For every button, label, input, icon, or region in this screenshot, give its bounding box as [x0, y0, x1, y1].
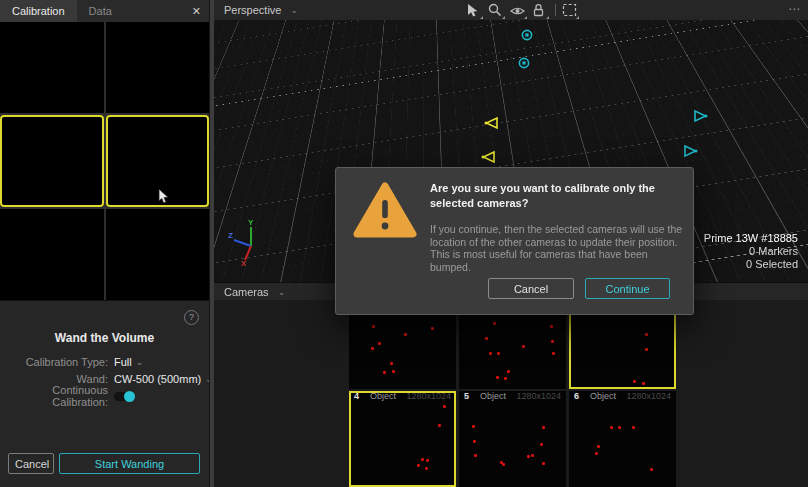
axis-z-label: Z	[228, 231, 233, 240]
camera-preview-tile-2[interactable]	[106, 22, 210, 113]
camera-resolution: 1280x1024	[406, 391, 451, 402]
marker-dot	[426, 459, 429, 462]
help-icon[interactable]: ?	[184, 310, 199, 325]
tab-calibration[interactable]: Calibration	[0, 0, 77, 22]
chevron-down-icon: ⌄	[136, 357, 144, 367]
marker-dot	[650, 468, 653, 471]
camera-number: 6	[574, 391, 579, 402]
marker-dot	[527, 455, 530, 458]
marker-dot	[618, 426, 621, 429]
marker-dot	[551, 340, 554, 343]
camera-tile-label: 4Object1280x1024	[349, 391, 456, 402]
camera-2d-tile-3[interactable]	[569, 302, 676, 389]
selection-hud: Prime 13W #18885 0 Markers 0 Selected	[704, 232, 798, 271]
cameras-view-label: Cameras	[224, 286, 269, 298]
hud-marker-count: 0 Markers	[704, 245, 798, 258]
marker-dot	[485, 337, 488, 340]
view-selector[interactable]: Perspective ⌄	[224, 0, 298, 20]
camera-3d-marker-6[interactable]	[682, 144, 700, 158]
marker-dot	[443, 405, 446, 408]
continuous-calibration-toggle[interactable]	[114, 392, 133, 401]
toolbar-divider	[555, 4, 556, 16]
marker-dot	[473, 440, 476, 443]
perspective-toolbar: Perspective ⌄ ⋯	[214, 0, 808, 21]
marker-dot	[645, 348, 648, 351]
setting-row: Continuous Calibration:	[0, 387, 209, 404]
marker-dot	[493, 322, 496, 325]
camera-2d-views: 4Object1280x10245Object1280x10246Object1…	[214, 300, 808, 487]
wand-section-title: Wand the Volume	[0, 331, 209, 345]
zoom-icon[interactable]	[488, 3, 503, 18]
camera-number: 5	[464, 391, 469, 402]
marker-dot	[610, 426, 613, 429]
start-wanding-button[interactable]: Start Wanding	[59, 453, 200, 474]
marker-dot	[372, 325, 375, 328]
wand-settings: Calibration Type:Full⌄Wand:CW-500 (500mm…	[0, 353, 209, 404]
chevron-down-icon: ⌄	[278, 287, 286, 297]
camera-preview-tile-5[interactable]	[0, 209, 104, 300]
camera-2d-tile-6[interactable]: 6Object1280x1024	[569, 391, 676, 487]
hud-selected-count: 0 Selected	[704, 258, 798, 271]
marker-dot	[425, 467, 428, 470]
marker-dot	[417, 464, 420, 467]
setting-label: Continuous Calibration:	[0, 384, 108, 408]
camera-mode-label: Object	[370, 391, 396, 402]
axis-y-label: Y	[248, 218, 254, 227]
setting-value-dropdown[interactable]: CW-500 (500mm)	[114, 373, 201, 385]
dialog-title: Are you sure you want to calibrate only …	[430, 181, 688, 211]
chevron-down-icon: ⌄	[290, 5, 298, 15]
camera-2d-tile-5[interactable]: 5Object1280x1024	[459, 391, 566, 487]
camera-mode-label: Object	[590, 391, 616, 402]
axis-gizmo: Y Z X	[228, 218, 270, 266]
camera-preview-tile-6[interactable]	[106, 209, 210, 300]
axis-x-label: X	[241, 259, 247, 266]
marker-dot	[438, 424, 441, 427]
marker-dot	[542, 462, 545, 465]
setting-label: Calibration Type:	[0, 356, 108, 368]
marker-dot	[421, 458, 424, 461]
camera-preview-grid	[0, 22, 209, 300]
camera-3d-marker-1[interactable]	[520, 28, 538, 42]
select-cursor-icon[interactable]	[466, 3, 481, 18]
camera-preview-tile-3[interactable]	[0, 115, 104, 206]
marker-dot	[507, 370, 510, 373]
camera-resolution: 1280x1024	[516, 391, 561, 402]
marker-dot	[504, 377, 507, 380]
camera-preview-tile-1[interactable]	[0, 22, 104, 113]
marker-dot	[489, 352, 492, 355]
lock-icon[interactable]	[532, 3, 547, 18]
tab-data[interactable]: Data	[77, 0, 124, 22]
marker-dot	[540, 443, 543, 446]
dialog-continue-button[interactable]: Continue	[585, 278, 670, 299]
camera-2d-tile-2[interactable]	[459, 302, 566, 389]
marker-dot	[595, 452, 598, 455]
mouse-cursor	[158, 188, 170, 205]
camera-3d-marker-3[interactable]	[482, 116, 500, 130]
overflow-menu-icon[interactable]: ⋯	[788, 0, 801, 20]
camera-2d-tile-1[interactable]	[349, 302, 456, 389]
marker-dot	[552, 352, 555, 355]
close-icon[interactable]: ✕	[184, 0, 209, 22]
warning-icon	[352, 181, 418, 241]
cancel-calibration-button[interactable]: Cancel	[8, 453, 54, 474]
marker-dot	[378, 342, 381, 345]
setting-value-dropdown[interactable]: Full	[114, 356, 132, 368]
marker-dot	[542, 426, 545, 429]
visibility-icon[interactable]	[510, 3, 525, 18]
marker-dot	[632, 426, 635, 429]
marker-dot	[371, 347, 374, 350]
camera-3d-marker-4[interactable]	[479, 150, 497, 164]
marker-dot	[550, 325, 553, 328]
setting-row: Calibration Type:Full⌄	[0, 353, 209, 370]
marker-dot	[645, 333, 648, 336]
cameras-view-selector[interactable]: Cameras ⌄	[224, 282, 285, 302]
marker-dot	[642, 382, 645, 385]
camera-2d-tile-4[interactable]: 4Object1280x1024	[349, 391, 456, 487]
camera-3d-marker-2[interactable]	[517, 56, 535, 70]
marker-dot	[390, 362, 393, 365]
camera-number: 4	[354, 391, 359, 402]
dialog-cancel-button[interactable]: Cancel	[488, 278, 574, 299]
marker-dot	[502, 463, 505, 466]
marquee-select-icon[interactable]	[562, 3, 577, 18]
camera-3d-marker-5[interactable]	[692, 109, 710, 123]
